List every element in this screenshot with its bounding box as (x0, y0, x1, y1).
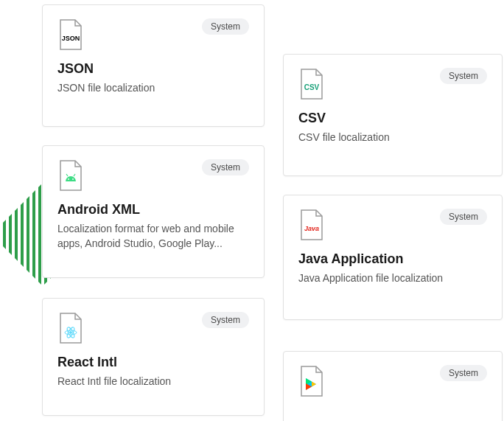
svg-text:JSON: JSON (62, 35, 80, 42)
system-badge: System (202, 18, 249, 35)
csv-file-icon: CSV (298, 68, 325, 100)
card-android-xml[interactable]: System Android XML Localization format f… (42, 145, 265, 278)
card-title: JSON (57, 61, 249, 77)
svg-point-11 (70, 332, 72, 334)
play-file-icon (298, 365, 325, 397)
system-badge: System (440, 365, 487, 381)
card-description: Java Application file localization (298, 271, 487, 286)
android-file-icon (57, 159, 84, 192)
card-title: Java Application (298, 251, 487, 267)
card-json[interactable]: JSON System JSON JSON file localization (42, 4, 265, 127)
card-title: CSV (298, 111, 487, 126)
svg-text:Java: Java (304, 225, 319, 232)
card-google-play[interactable]: System (283, 351, 503, 421)
system-badge: System (202, 159, 249, 175)
card-react-intl[interactable]: System React Intl React Intl file locali… (42, 298, 265, 416)
react-file-icon (57, 312, 84, 344)
system-badge: System (202, 312, 249, 328)
json-file-icon: JSON (57, 18, 84, 51)
svg-text:CSV: CSV (304, 83, 320, 91)
card-title: Android XML (57, 202, 249, 218)
card-csv[interactable]: CSV System CSV CSV file localization (283, 54, 503, 176)
card-title: React Intl (57, 355, 249, 370)
svg-point-7 (72, 178, 74, 180)
svg-point-6 (68, 178, 69, 180)
java-file-icon: Java (298, 209, 325, 241)
system-badge: System (440, 68, 487, 84)
card-description: Localization format for web and mobile a… (57, 222, 249, 251)
card-description: CSV file localization (298, 131, 487, 145)
system-badge: System (440, 209, 487, 225)
card-description: React Intl file localization (57, 375, 249, 389)
card-description: JSON file localization (57, 81, 249, 96)
card-java-application[interactable]: Java System Java Application Java Applic… (283, 195, 503, 320)
